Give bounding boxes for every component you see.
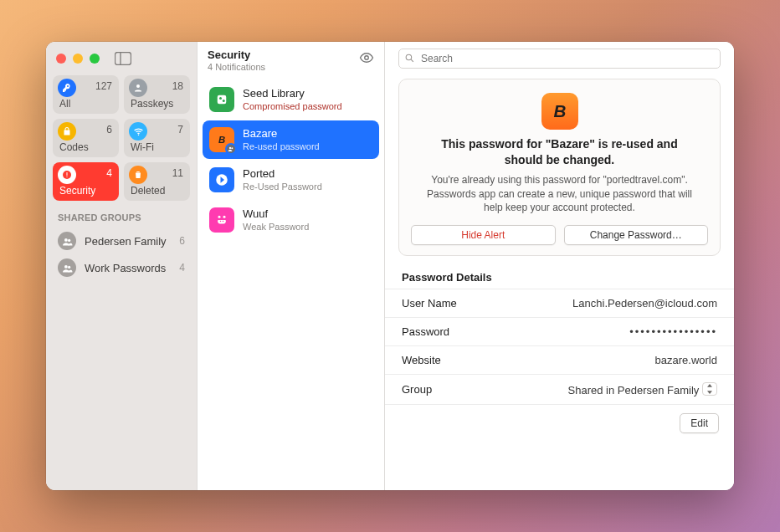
- sidebar-tile-deleted[interactable]: 11 Deleted: [124, 162, 190, 201]
- search-icon: [404, 53, 415, 64]
- item-subtitle: Re-used password: [243, 141, 320, 151]
- group-label: Work Passwords: [85, 262, 166, 274]
- search-input[interactable]: [398, 49, 721, 69]
- tile-count: 7: [177, 124, 183, 136]
- detail-value: bazare.world: [655, 354, 717, 366]
- svg-rect-6: [67, 176, 68, 177]
- window-titlebar: [46, 42, 197, 75]
- key-icon: [58, 79, 76, 97]
- detail-row-group[interactable]: Group Shared in Pedersen Family: [385, 375, 734, 405]
- svg-point-22: [223, 221, 224, 223]
- zoom-window-button[interactable]: [90, 54, 100, 64]
- tile-count: 6: [106, 124, 112, 136]
- list-subtitle: 4 Notifications: [208, 62, 359, 72]
- svg-text:B: B: [553, 101, 566, 120]
- sidebar-tile-security[interactable]: 4 Security: [53, 162, 119, 201]
- item-subtitle: Re-Used Password: [243, 182, 322, 192]
- alert-title: This password for "Bazare" is re-used an…: [411, 136, 708, 173]
- detail-value: Shared in Pedersen Family: [568, 382, 717, 396]
- detail-label: Password: [402, 325, 449, 338]
- svg-rect-12: [218, 95, 227, 105]
- trash-icon: [129, 166, 147, 184]
- group-icon: [58, 232, 76, 250]
- search-field[interactable]: [398, 49, 721, 69]
- app-icon: B: [209, 127, 234, 152]
- alert-body: You're already using this password for "…: [411, 173, 708, 215]
- tile-count: 127: [95, 80, 112, 92]
- svg-point-3: [137, 134, 138, 135]
- list-header: Security 4 Notifications: [198, 42, 384, 79]
- tile-label: Security: [59, 185, 95, 197]
- svg-point-2: [136, 84, 140, 88]
- details-table: User Name Lanchi.Pedersen@icloud.com Pas…: [385, 289, 734, 405]
- svg-point-17: [231, 147, 233, 149]
- reveal-passwords-icon[interactable]: [359, 49, 374, 69]
- item-name: Bazare: [243, 128, 320, 140]
- svg-point-7: [64, 238, 67, 241]
- detail-row-website[interactable]: Website bazare.world: [385, 346, 734, 375]
- detail-row-username[interactable]: User Name Lanchi.Pedersen@icloud.com: [385, 289, 734, 318]
- detail-label: Website: [402, 354, 441, 366]
- svg-point-23: [406, 54, 412, 60]
- item-name: Wuuf: [243, 208, 309, 220]
- list-item-ported[interactable]: Ported Re-Used Password: [203, 161, 379, 199]
- detail-row-password[interactable]: Password ••••••••••••••••: [385, 318, 734, 346]
- tile-label: Deleted: [131, 185, 165, 197]
- svg-point-13: [219, 97, 222, 100]
- toggle-sidebar-icon[interactable]: [115, 52, 131, 65]
- details-section-title: Password Details: [385, 256, 734, 289]
- app-icon: [209, 167, 234, 192]
- group-value-text: Shared in Pedersen Family: [568, 384, 700, 396]
- detail-value: Lanchi.Pedersen@icloud.com: [572, 297, 717, 309]
- alert-icon: [58, 166, 76, 184]
- tile-count: 18: [172, 80, 183, 92]
- item-name: Seed Library: [243, 88, 342, 100]
- item-list-pane: Security 4 Notifications Seed Library Co…: [197, 42, 385, 490]
- shared-group-work[interactable]: Work Passwords 4: [46, 254, 197, 281]
- svg-rect-5: [67, 172, 68, 176]
- svg-line-24: [411, 59, 413, 62]
- svg-point-8: [68, 238, 70, 241]
- shared-group-pedersen[interactable]: Pedersen Family 6: [46, 228, 197, 254]
- svg-point-10: [68, 265, 70, 268]
- hide-alert-button[interactable]: Hide Alert: [411, 225, 556, 245]
- detail-label: User Name: [402, 297, 457, 309]
- close-window-button[interactable]: [56, 54, 66, 64]
- tile-label: All: [59, 98, 70, 110]
- list-item-wuuf[interactable]: Wuuf Weak Password: [203, 201, 379, 239]
- wifi-icon: [129, 122, 147, 141]
- svg-point-9: [64, 264, 67, 268]
- svg-point-20: [223, 216, 226, 218]
- tile-count: 11: [172, 167, 183, 179]
- tile-label: Codes: [59, 141, 89, 153]
- tile-count: 4: [106, 167, 112, 179]
- item-name: Ported: [243, 168, 322, 180]
- sidebar-tile-codes[interactable]: 6 Codes: [53, 119, 119, 157]
- svg-point-19: [218, 216, 221, 218]
- window-controls: [56, 54, 100, 64]
- group-stepper-icon[interactable]: [702, 382, 717, 396]
- svg-point-16: [229, 147, 231, 149]
- detail-value: ••••••••••••••••: [629, 325, 717, 338]
- list-item-seed-library[interactable]: Seed Library Compromised password: [203, 80, 379, 119]
- shared-badge-icon: [225, 143, 237, 155]
- group-count: 4: [179, 262, 185, 274]
- svg-point-11: [365, 56, 369, 60]
- edit-button[interactable]: Edit: [680, 413, 719, 433]
- item-subtitle: Compromised password: [243, 101, 342, 111]
- svg-rect-0: [115, 53, 131, 65]
- svg-point-14: [223, 100, 225, 102]
- list-item-bazare[interactable]: B Bazare Re-used password: [203, 120, 379, 159]
- minimize-window-button[interactable]: [73, 54, 83, 64]
- group-icon: [58, 258, 76, 277]
- sidebar-tiles: 127 All 18 Passkeys 6 Codes: [46, 75, 197, 201]
- change-password-button[interactable]: Change Password…: [564, 225, 709, 245]
- app-icon: [209, 207, 234, 233]
- sidebar-tile-passkeys[interactable]: 18 Passkeys: [124, 75, 190, 114]
- person-icon: [129, 79, 147, 97]
- app-logo-icon: B: [541, 93, 578, 130]
- tile-label: Wi-Fi: [131, 141, 154, 153]
- sidebar: 127 All 18 Passkeys 6 Codes: [46, 42, 197, 490]
- sidebar-tile-all[interactable]: 127 All: [53, 75, 119, 114]
- sidebar-tile-wifi[interactable]: 7 Wi-Fi: [124, 119, 190, 157]
